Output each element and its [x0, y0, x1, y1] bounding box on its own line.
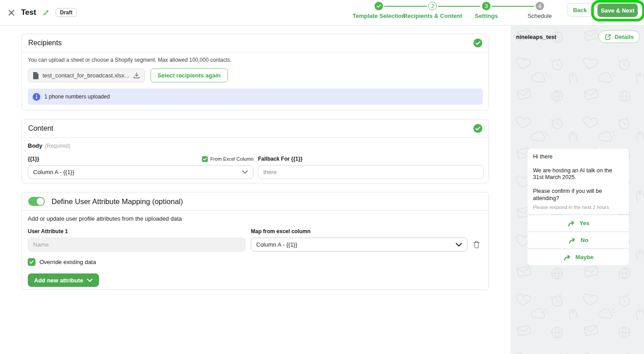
add-new-attribute-button[interactable]: Add new attribute	[28, 273, 99, 287]
fallback-input[interactable]	[258, 165, 484, 179]
close-icon	[8, 9, 15, 16]
message-preview: Hi there We are hosting an AI talk on th…	[528, 149, 629, 265]
step-recipients-content[interactable]: 2 Recipients & Content	[403, 2, 462, 19]
body-label: Body	[28, 142, 43, 149]
user-attribute-label: User Attribute 1	[28, 228, 245, 235]
content-card-title: Content	[28, 124, 53, 132]
quick-reply-label: Maybe	[575, 254, 593, 260]
content-card: Content Body (Required) {{1}} From Excel…	[21, 119, 489, 183]
page-title: Test	[21, 8, 36, 17]
check-icon	[203, 157, 207, 161]
quick-reply-label: No	[580, 237, 588, 243]
column-select[interactable]: Column A - {{1}}	[28, 165, 253, 179]
step-number: 3	[482, 2, 490, 10]
chevron-down-icon	[242, 170, 248, 174]
step-settings[interactable]: 3 Settings	[475, 2, 498, 19]
reply-arrow-icon	[567, 219, 575, 227]
override-checkbox[interactable]	[28, 258, 35, 266]
map-column-select[interactable]: Column A - {{1}}	[251, 238, 468, 252]
save-next-button[interactable]: Save & Next	[597, 4, 638, 17]
step-label: Schedule	[528, 13, 552, 19]
from-excel-checkbox[interactable]	[202, 156, 208, 162]
attribute-mapping-card: Define User Attribute Mapping (optional)…	[21, 192, 489, 290]
recipients-card-title: Recipients	[28, 39, 62, 47]
external-link-icon	[605, 34, 611, 40]
section-complete-icon	[473, 38, 482, 47]
step-number: 4	[536, 2, 544, 10]
step-template-selection[interactable]: Template Selection	[352, 2, 405, 19]
upload-info-text: 1 phone numbers uploaded	[44, 94, 110, 100]
message-paragraph: Please confirm if you will be attending?	[533, 188, 623, 202]
close-button[interactable]	[8, 9, 15, 16]
step-number: 2	[429, 2, 437, 10]
download-icon[interactable]	[133, 72, 140, 79]
back-button[interactable]: Back	[567, 3, 593, 17]
step-check-icon	[374, 2, 383, 10]
template-name: nineleaps_test	[516, 34, 556, 40]
top-bar: Test Draft Template Selection 2 Recipien…	[0, 0, 644, 26]
select-recipients-again-button[interactable]: Select recipients again	[150, 68, 228, 82]
message-paragraph: We are hosting an AI talk on the 31st Ma…	[533, 167, 623, 181]
info-icon	[33, 93, 40, 101]
chevron-down-icon	[455, 243, 462, 247]
chevron-down-icon	[87, 278, 93, 282]
map-column-select-value: Column A - {{1}}	[256, 241, 297, 248]
step-schedule[interactable]: 4 Schedule	[528, 2, 552, 19]
edit-title-button[interactable]	[43, 9, 49, 16]
from-excel-label: From Excel Column	[210, 156, 253, 162]
details-button[interactable]: Details	[598, 30, 640, 43]
step-label: Template Selection	[352, 13, 405, 19]
recipients-card: Recipients You can upload a sheet or cho…	[21, 34, 489, 111]
attribute-mapping-description: Add or update user profile attributes fr…	[28, 215, 483, 222]
column-select-value: Column A - {{1}}	[33, 169, 74, 175]
attribute-mapping-title: Define User Attribute Mapping (optional)	[52, 197, 183, 206]
uploaded-file-chip[interactable]: test_contact_for_broadcast.xlsx...	[28, 68, 145, 82]
section-complete-icon	[473, 124, 482, 133]
reply-arrow-icon	[563, 253, 571, 261]
status-badge: Draft	[56, 8, 77, 17]
uploaded-file-name: test_contact_for_broadcast.xlsx...	[43, 72, 129, 79]
reply-arrow-icon	[568, 236, 576, 244]
file-icon	[33, 72, 39, 79]
pencil-icon	[43, 9, 49, 16]
details-label: Details	[614, 34, 634, 40]
quick-reply-maybe[interactable]: Maybe	[528, 249, 629, 265]
override-label: Override existing data	[39, 259, 96, 265]
message-paragraph: Hi there	[533, 154, 623, 161]
variable-label: {{1}}	[28, 156, 39, 162]
attribute-name-input[interactable]	[28, 238, 245, 252]
toggle-knob	[37, 198, 44, 205]
add-new-attribute-label: Add new attribute	[34, 277, 83, 284]
fallback-label: Fallback For {{1}}	[258, 156, 484, 162]
check-icon	[29, 260, 34, 264]
quick-reply-yes[interactable]: Yes	[528, 215, 629, 231]
trash-icon[interactable]	[473, 241, 480, 248]
quick-reply-no[interactable]: No	[528, 232, 629, 248]
step-label: Recipients & Content	[403, 13, 462, 19]
quick-reply-label: Yes	[580, 220, 589, 226]
message-footer: Please respond in the next 2 hours	[533, 205, 623, 210]
message-bubble: Hi there We are hosting an AI talk on th…	[528, 149, 629, 214]
attribute-mapping-toggle[interactable]	[28, 197, 45, 206]
recipients-description: You can upload a sheet or choose a Shopi…	[28, 57, 483, 63]
upload-info-banner: 1 phone numbers uploaded	[28, 89, 483, 105]
map-from-label: Map from excel column	[251, 228, 468, 235]
preview-panel: nineleaps_test Details Hi there We are h…	[511, 26, 644, 354]
required-label: (Required)	[45, 143, 71, 149]
step-label: Settings	[475, 13, 498, 19]
